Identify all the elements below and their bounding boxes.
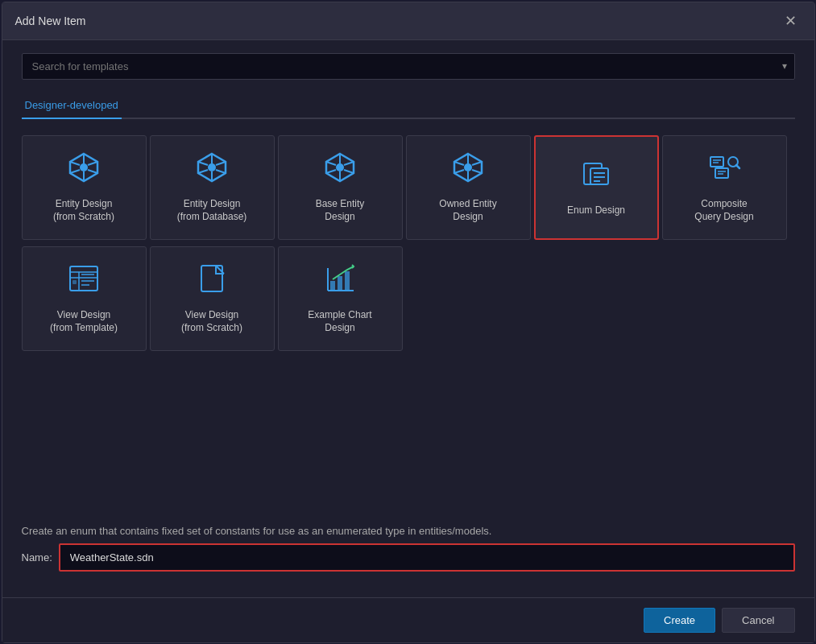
template-entity-db[interactable]: Entity Design (from Database) bbox=[150, 135, 275, 240]
svg-line-12 bbox=[198, 162, 208, 165]
owned-entity-icon bbox=[451, 151, 485, 192]
svg-rect-57 bbox=[338, 276, 342, 291]
view-scratch-label: View Design (from Scratch) bbox=[181, 309, 242, 334]
svg-line-7 bbox=[70, 170, 80, 173]
svg-rect-58 bbox=[345, 271, 350, 291]
description-text: Create an enum that contains fixed set o… bbox=[22, 512, 795, 543]
view-template-icon bbox=[67, 262, 101, 303]
template-chart[interactable]: Example Chart Design bbox=[278, 246, 403, 351]
template-view-scratch[interactable]: View Design (from Scratch) bbox=[150, 246, 275, 351]
svg-line-13 bbox=[216, 170, 226, 173]
cancel-button[interactable]: Cancel bbox=[722, 608, 794, 633]
view-scratch-icon bbox=[195, 262, 229, 303]
template-entity-scratch[interactable]: Entity Design (from Scratch) bbox=[22, 135, 147, 240]
svg-line-4 bbox=[70, 162, 80, 165]
template-enum[interactable]: Enum Design bbox=[534, 135, 659, 240]
svg-rect-45 bbox=[70, 266, 97, 291]
view-template-label: View Design (from Template) bbox=[50, 309, 118, 334]
enum-label: Enum Design bbox=[567, 204, 625, 217]
base-entity-icon bbox=[323, 151, 357, 192]
svg-point-17 bbox=[336, 163, 344, 171]
base-entity-label: Base Entity Design bbox=[316, 198, 365, 223]
enum-icon bbox=[579, 157, 613, 198]
svg-line-22 bbox=[344, 162, 354, 165]
svg-point-1 bbox=[80, 163, 88, 171]
templates-row-2: View Design (from Template) bbox=[22, 246, 795, 351]
name-label: Name: bbox=[22, 551, 52, 564]
dialog-title-bar: Add New Item ✕ bbox=[2, 2, 814, 40]
svg-line-21 bbox=[344, 170, 354, 173]
svg-rect-40 bbox=[715, 168, 728, 178]
svg-rect-37 bbox=[710, 157, 723, 167]
dialog-footer: Create Cancel bbox=[2, 597, 814, 642]
svg-line-29 bbox=[472, 170, 482, 173]
svg-line-5 bbox=[88, 170, 97, 173]
template-view-template[interactable]: View Design (from Template) bbox=[22, 246, 147, 351]
entity-scratch-icon bbox=[67, 151, 101, 192]
entity-db-label: Entity Design (from Database) bbox=[177, 198, 247, 223]
svg-line-15 bbox=[198, 170, 208, 173]
svg-point-9 bbox=[208, 163, 216, 171]
dialog-title: Add New Item bbox=[15, 14, 86, 27]
template-owned-entity[interactable]: Owned Entity Design bbox=[406, 135, 531, 240]
svg-line-14 bbox=[216, 162, 226, 165]
composite-query-label: Composite Query Design bbox=[694, 198, 753, 223]
search-wrapper: ▾ bbox=[22, 53, 795, 80]
svg-line-6 bbox=[88, 162, 97, 165]
name-input[interactable] bbox=[60, 545, 793, 570]
chart-icon bbox=[323, 262, 357, 303]
svg-line-31 bbox=[454, 170, 464, 173]
dialog-body: ▾ Designer-developed bbox=[2, 40, 814, 597]
template-composite-query[interactable]: Composite Query Design bbox=[662, 135, 787, 240]
svg-line-20 bbox=[326, 162, 336, 165]
template-base-entity[interactable]: Base Entity Design bbox=[278, 135, 403, 240]
name-input-wrapper bbox=[59, 543, 795, 572]
svg-rect-56 bbox=[330, 281, 335, 291]
tabs-row: Designer-developed bbox=[22, 93, 795, 119]
templates-row-1: Entity Design (from Scratch) bbox=[22, 135, 795, 240]
composite-query-icon bbox=[707, 151, 741, 192]
entity-db-icon bbox=[195, 151, 229, 192]
create-button[interactable]: Create bbox=[644, 608, 715, 633]
tab-designer-developed[interactable]: Designer-developed bbox=[22, 93, 122, 119]
svg-rect-49 bbox=[72, 280, 77, 284]
svg-line-30 bbox=[472, 162, 482, 165]
svg-point-25 bbox=[464, 163, 472, 171]
owned-entity-label: Owned Entity Design bbox=[439, 198, 496, 223]
svg-line-23 bbox=[326, 170, 336, 173]
close-button[interactable]: ✕ bbox=[780, 12, 802, 30]
templates-grid: Entity Design (from Scratch) bbox=[22, 135, 795, 512]
svg-line-28 bbox=[454, 162, 464, 165]
add-new-item-dialog: Add New Item ✕ ▾ Designer-developed bbox=[2, 2, 815, 643]
entity-scratch-label: Entity Design (from Scratch) bbox=[53, 198, 114, 223]
svg-line-44 bbox=[736, 165, 739, 168]
search-input[interactable] bbox=[22, 53, 795, 80]
chart-label: Example Chart Design bbox=[308, 309, 371, 334]
search-row: ▾ bbox=[22, 53, 795, 80]
name-row: Name: bbox=[22, 543, 795, 572]
